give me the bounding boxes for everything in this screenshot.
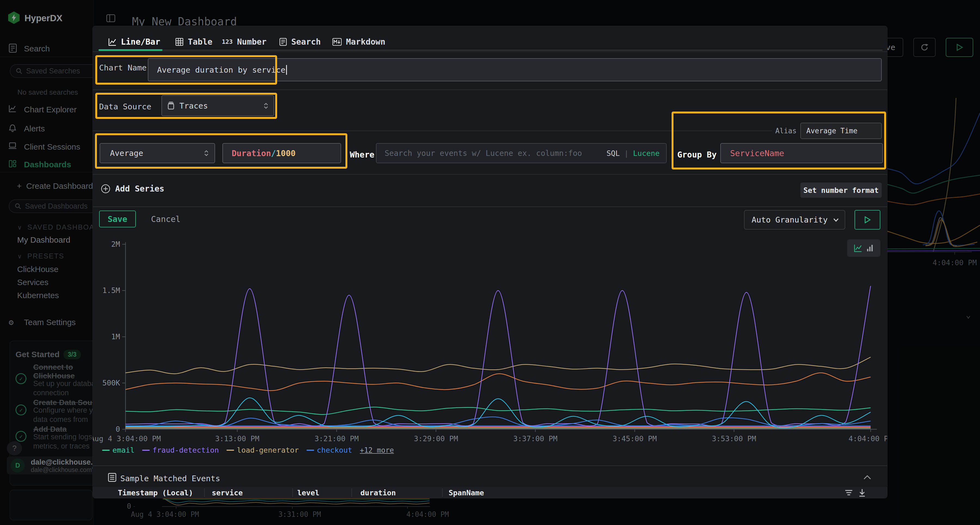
where-placeholder: Search your events w/ Lucene ex. column:… xyxy=(385,149,582,158)
legend-more-link[interactable]: +12 more xyxy=(360,446,394,454)
sample-events-title: Sample Matched Events xyxy=(120,474,220,483)
circle-plus-icon xyxy=(101,184,110,194)
query-language-toggle[interactable]: SQL | Lucene xyxy=(606,149,660,157)
add-series-button[interactable]: Add Series xyxy=(101,184,164,194)
tab-label: Table xyxy=(188,37,212,46)
column-separator xyxy=(352,489,352,497)
data-source-label: Data Source xyxy=(99,102,151,111)
number-123-icon: 123 xyxy=(222,38,233,45)
lucene-option[interactable]: Lucene xyxy=(633,149,660,157)
tab-line-bar[interactable]: Line/Bar xyxy=(108,37,160,46)
aggregation-value: Average xyxy=(110,149,143,158)
svg-text:500K: 500K xyxy=(102,379,120,387)
field-expression-input[interactable]: Duration/1000 xyxy=(223,143,341,163)
list-icon xyxy=(108,473,116,482)
legend-item[interactable]: load-generator xyxy=(226,446,299,454)
legend-dash-icon xyxy=(226,450,234,451)
group-by-input[interactable]: ServiceName xyxy=(720,143,883,163)
cancel-button[interactable]: Cancel xyxy=(145,211,186,227)
alias-value: Average Time xyxy=(806,127,858,135)
svg-text:3:29:00 PM: 3:29:00 PM xyxy=(414,435,458,443)
field-expression-value: Duration/1000 xyxy=(232,149,296,158)
legend-label: email xyxy=(113,446,134,454)
document-icon xyxy=(279,38,287,46)
tab-label: Number xyxy=(237,37,267,46)
save-button[interactable]: Save xyxy=(99,211,136,227)
where-search-input[interactable]: Search your events w/ Lucene ex. column:… xyxy=(376,143,667,163)
chart-legend: emailfraud-detectionload-generatorchecko… xyxy=(102,446,394,454)
add-series-label: Add Series xyxy=(115,184,164,194)
column-header[interactable]: service xyxy=(212,489,243,497)
chart-editor-modal: Line/Bar Table 123 Number Search Markdow… xyxy=(92,26,888,498)
legend-label: checkout xyxy=(317,446,352,454)
column-header[interactable]: SpanName xyxy=(449,489,484,497)
column-separator xyxy=(442,489,442,497)
chart-name-input[interactable]: Average duration by service xyxy=(148,58,882,81)
table-icon xyxy=(175,38,183,46)
tab-table[interactable]: Table xyxy=(175,37,212,46)
select-chevrons-icon xyxy=(264,103,268,109)
group-by-value: ServiceName xyxy=(730,149,784,158)
active-tab-indicator xyxy=(99,49,162,51)
sql-option[interactable]: SQL xyxy=(606,149,620,157)
svg-text:3:13:00 PM: 3:13:00 PM xyxy=(215,435,259,443)
database-icon xyxy=(167,102,175,110)
table-header-row: Timestamp (Local) service level duration… xyxy=(93,487,888,498)
section-divider xyxy=(93,130,772,131)
download-icon[interactable] xyxy=(858,489,866,497)
legend-dash-icon xyxy=(307,450,314,451)
alias-input[interactable]: Average Time xyxy=(800,123,882,139)
alias-label: Alias xyxy=(775,127,797,135)
svg-text:2M: 2M xyxy=(111,240,120,248)
language-divider: | xyxy=(624,149,628,157)
filter-icon[interactable] xyxy=(845,489,853,497)
tab-label: Markdown xyxy=(346,37,385,46)
legend-label: fraud-detection xyxy=(153,446,219,454)
legend-dash-icon xyxy=(142,450,150,451)
select-chevrons-icon xyxy=(204,150,208,156)
svg-text:3:21:00 PM: 3:21:00 PM xyxy=(314,435,359,443)
granularity-select[interactable]: Auto Granularity xyxy=(744,210,845,230)
aggregation-select[interactable]: Average xyxy=(100,143,215,163)
svg-text:0: 0 xyxy=(116,425,120,433)
set-number-format-button[interactable]: Set number format xyxy=(800,182,882,198)
tab-markdown[interactable]: Markdown xyxy=(332,37,385,46)
svg-text:3:45:00 PM: 3:45:00 PM xyxy=(612,435,657,443)
column-separator xyxy=(293,489,293,497)
tab-label: Search xyxy=(291,37,321,46)
legend-item[interactable]: checkout xyxy=(307,446,352,454)
where-label: Where xyxy=(350,150,374,159)
granularity-value: Auto Granularity xyxy=(752,215,827,224)
legend-dash-icon xyxy=(102,450,110,451)
data-source-value: Traces xyxy=(180,101,208,111)
svg-text:4:04:00 PM: 4:04:00 PM xyxy=(848,435,888,443)
preview-run-button[interactable] xyxy=(854,210,880,230)
tab-label: Line/Bar xyxy=(121,37,160,46)
line-chart-icon xyxy=(108,38,116,46)
svg-text:1M: 1M xyxy=(111,332,120,341)
legend-label: load-generator xyxy=(237,446,299,454)
legend-item[interactable]: fraud-detection xyxy=(142,446,219,454)
svg-text:3:53:00 PM: 3:53:00 PM xyxy=(712,435,756,443)
column-header[interactable]: duration xyxy=(360,489,396,497)
column-header[interactable]: level xyxy=(297,489,319,497)
column-separator xyxy=(204,489,205,497)
text-caret xyxy=(286,65,287,75)
legend-item[interactable]: email xyxy=(102,446,134,454)
svg-text:1.5M: 1.5M xyxy=(102,286,120,295)
play-icon xyxy=(864,216,871,223)
chart-name-value: Average duration by service xyxy=(157,65,285,75)
svg-text:Aug 4 3:04:00 PM: Aug 4 3:04:00 PM xyxy=(93,435,161,443)
group-by-label: Group By xyxy=(677,150,717,159)
tab-search[interactable]: Search xyxy=(279,37,321,46)
chart-name-label: Chart Name xyxy=(99,63,147,72)
column-header[interactable]: Timestamp (Local) xyxy=(118,489,193,497)
chevron-down-icon xyxy=(833,218,839,222)
tab-underline-track xyxy=(99,50,883,51)
collapse-chevron-icon[interactable] xyxy=(863,475,871,480)
data-source-select[interactable]: Traces xyxy=(161,95,274,116)
svg-text:3:37:00 PM: 3:37:00 PM xyxy=(513,435,557,443)
tab-number[interactable]: 123 Number xyxy=(222,37,267,46)
main-chart[interactable]: 0500K1M1.5M2MAug 4 3:04:00 PM3:13:00 PM3… xyxy=(93,236,888,448)
markdown-icon xyxy=(332,38,342,46)
